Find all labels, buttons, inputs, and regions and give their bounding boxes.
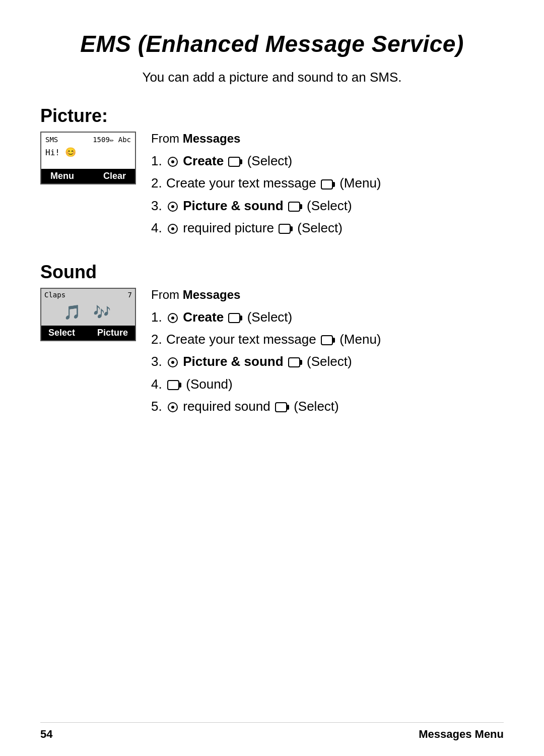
svg-rect-12 [279,224,290,233]
sound-step-2-content: Create your text message (Menu) [166,330,504,348]
sound-step-5-nav-icon [167,402,178,413]
picture-phone-status-left: SMS [45,136,58,144]
sound-step-3-text-after: (Select) [307,354,352,369]
sound-step-1-content: Create (Select) [166,308,504,326]
picture-step-1-num: 1. [151,152,166,170]
picture-phone-mockup: SMS 1509✏ Abc Hi! 😊 Menu Clear [40,132,136,184]
picture-steps-list: 1. Create (Select) [151,152,504,237]
svg-rect-25 [179,383,181,388]
sound-step-5-text-after: (Select) [294,399,339,414]
picture-step-3-text-after: (Select) [307,198,352,213]
sound-step-2-num: 2. [151,330,166,348]
picture-step-4-text-after: (Select) [297,220,343,235]
sound-step-1-nav-icon [167,312,178,324]
svg-point-21 [171,361,174,364]
picture-step-4-content: required picture (Select) [166,219,504,237]
svg-rect-18 [321,336,332,345]
picture-phone-buttons: Menu Clear [41,169,135,183]
picture-step-4-nav-icon [167,223,178,234]
sound-step-1-bold: Create [183,309,224,325]
sound-phone-icons: 🎵 🎶 [44,301,132,324]
svg-rect-13 [290,226,293,231]
sound-step-2-sel-icon [321,335,335,345]
sound-section-wrapper: Claps 7 🎵 🎶 Select Picture From Messages [40,288,504,420]
svg-point-11 [171,227,174,230]
sound-step-5-content: required sound (Select) [166,397,504,415]
picture-phone-status-right: 1509✏ Abc [93,136,131,144]
picture-step-4-text-before: required picture [183,220,278,235]
subtitle: You can add a picture and sound to an SM… [40,70,504,85]
sound-step-5-text-before: required sound [183,399,274,414]
sound-phone-btn-select: Select [41,326,82,340]
picture-step-1-nav-icon [167,156,178,167]
picture-phone-btn-clear: Clear [94,169,135,183]
picture-step-2-num: 2. [151,174,166,192]
picture-step-1: 1. Create (Select) [151,152,504,170]
svg-rect-24 [168,381,179,390]
sound-step-1-num: 1. [151,308,166,326]
sound-step-5: 5. required sound (Select) [151,397,504,415]
footer-section-label: Messages Menu [419,728,504,741]
sound-step-2: 2. Create your text message (Menu) [151,330,504,348]
picture-section-wrapper: SMS 1509✏ Abc Hi! 😊 Menu Clear From Mess… [40,132,504,241]
sound-step-3-num: 3. [151,352,166,370]
svg-rect-4 [321,180,332,189]
sound-phone-claps-label: Claps [44,291,65,299]
svg-rect-23 [300,360,302,365]
sound-step-1-text-after: (Select) [247,309,293,325]
svg-rect-28 [276,403,287,412]
sound-phone-buttons: Select Picture [41,326,135,340]
sound-icon-2: 🎶 [93,304,113,321]
sound-from-bold: Messages [183,288,241,301]
picture-phone-status-bar: SMS 1509✏ Abc [45,136,131,144]
svg-point-27 [171,406,174,409]
sound-steps-column: From Messages 1. Create [151,288,504,420]
picture-step-1-content: Create (Select) [166,152,504,170]
sound-step-4-num: 4. [151,375,166,393]
sound-section-heading: Sound [40,262,504,283]
sound-phone-claps-num: 7 [128,291,132,299]
picture-step-1-text: (Select) [247,153,293,168]
picture-step-3-num: 3. [151,197,166,215]
sound-step-2-text-after: (Menu) [339,332,381,347]
picture-phone-btn-menu: Menu [41,169,83,183]
svg-rect-2 [229,157,240,166]
svg-rect-19 [332,338,335,343]
svg-rect-22 [289,358,300,367]
svg-rect-29 [287,405,289,410]
sound-step-4-sel-icon [167,380,181,390]
picture-step-2-content: Create your text message (Menu) [166,174,504,192]
sound-step-5-sel-icon [275,402,289,412]
sound-phone-claps-bar: Claps 7 [44,291,132,299]
sound-phone-btn-picture: Picture [90,326,135,340]
sound-from-messages: From Messages [151,288,504,302]
picture-step-2-text-after: (Menu) [339,175,381,191]
svg-point-15 [171,317,174,320]
sound-step-1: 1. Create (Select) [151,308,504,326]
sound-step-3-sel-icon [288,357,302,367]
sound-step-3-nav-icon [167,357,178,368]
footer-page-num: 54 [40,728,52,741]
picture-phone-screen: SMS 1509✏ Abc Hi! 😊 [41,133,135,169]
picture-step-3-content: Picture & sound (Select) [166,197,504,215]
sound-step-3-bold: Picture & sound [183,354,283,369]
picture-step-2: 2. Create your text message (Menu) [151,174,504,192]
sound-step-4-text-after: (Sound) [186,376,233,392]
sound-step-3: 3. Picture & sound (Select) [151,352,504,370]
picture-from-bold: Messages [183,132,241,145]
svg-rect-8 [289,202,300,211]
svg-point-1 [171,160,174,163]
picture-step-2-text-before: Create your text message [166,175,320,191]
page-footer: 54 Messages Menu [40,722,504,741]
sound-step-4-content: (Sound) [166,375,504,393]
picture-from-label: From [151,132,183,145]
picture-section-heading: Picture: [40,105,504,127]
svg-point-7 [171,205,174,208]
sound-from-label: From [151,288,183,301]
sound-phone-mockup: Claps 7 🎵 🎶 Select Picture [40,288,136,341]
picture-phone-text: Hi! 😊 [45,146,131,166]
picture-steps-column: From Messages 1. Create [151,132,504,241]
svg-rect-17 [240,316,242,321]
picture-phone-emoji: 😊 [65,147,76,157]
svg-rect-3 [240,159,242,164]
